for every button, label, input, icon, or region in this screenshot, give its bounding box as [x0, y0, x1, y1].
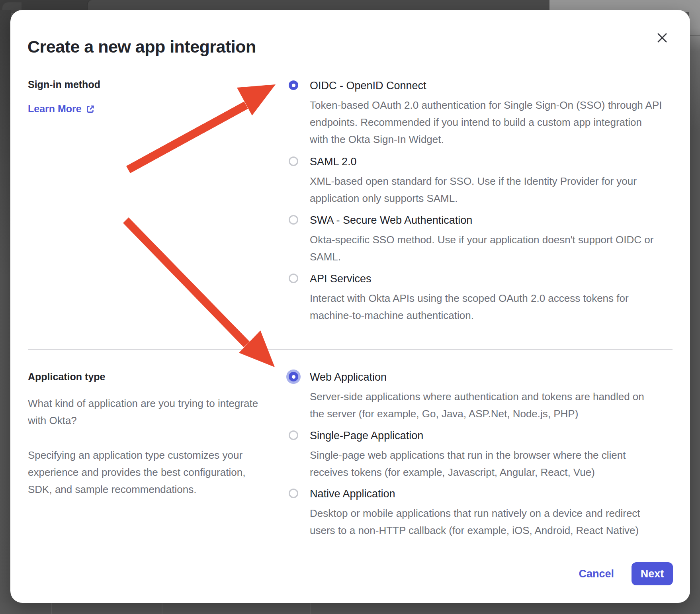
radio-api-services[interactable] [289, 274, 298, 283]
learn-more-label: Learn More [28, 103, 82, 115]
option-description: Server-side applications where authentic… [310, 388, 692, 422]
radio-web-application[interactable] [289, 372, 298, 381]
option-description: XML-based open standard for SSO. Use if … [310, 173, 692, 207]
option-api-services: API Services Interact with Okta APIs usi… [289, 273, 679, 324]
radio-saml[interactable] [289, 156, 298, 166]
external-link-icon [85, 104, 96, 114]
dialog-title: Create a new app integration [27, 37, 256, 57]
background-left-strip [0, 10, 11, 604]
signin-method-label: Sign-in method [28, 79, 100, 90]
option-swa: SWA - Secure Web Authentication Okta-spe… [289, 214, 679, 266]
option-single-page-application: Single-Page Application Single-page web … [289, 430, 679, 481]
option-label[interactable]: OIDC - OpenID Connect [310, 80, 679, 92]
background-header-divider [689, 35, 700, 36]
radio-oidc[interactable] [289, 80, 298, 90]
background-seam [51, 603, 52, 614]
option-label[interactable]: SAML 2.0 [310, 156, 679, 168]
option-description: Interact with Okta APIs using the scoped… [310, 290, 692, 324]
background-seam [162, 603, 162, 614]
next-button[interactable]: Next [632, 562, 673, 585]
radio-swa[interactable] [289, 215, 298, 225]
option-native-application: Native Application Desktop or mobile app… [289, 488, 679, 539]
option-description: Okta-specific SSO method. Use if your ap… [310, 231, 692, 266]
background-seam [310, 603, 311, 614]
cancel-button[interactable]: Cancel [579, 562, 614, 585]
section-divider [28, 349, 673, 350]
option-label[interactable]: API Services [310, 273, 679, 285]
option-description: Desktop or mobile applications that run … [310, 505, 692, 539]
option-web-application: Web Application Server-side applications… [289, 371, 679, 422]
learn-more-link[interactable]: Learn More [28, 103, 96, 115]
radio-single-page-application[interactable] [289, 430, 298, 440]
radio-native-application[interactable] [289, 489, 298, 498]
option-description: Token-based OAuth 2.0 authentication for… [310, 97, 692, 148]
option-label[interactable]: SWA - Secure Web Authentication [310, 214, 679, 226]
option-label[interactable]: Single-Page Application [310, 430, 679, 442]
option-description: Single-page web applications that run in… [310, 447, 692, 481]
background-bottom-strip [0, 603, 700, 614]
create-app-integration-dialog: Create a new app integration Sign-in met… [10, 10, 690, 603]
screen: ? msh kta Create a new app integration S… [0, 0, 700, 614]
close-icon[interactable] [655, 31, 669, 45]
option-label[interactable]: Web Application [310, 371, 679, 383]
application-type-label: Application type [28, 371, 105, 383]
option-saml: SAML 2.0 XML-based open standard for SSO… [289, 156, 679, 207]
application-type-intro-2: Specifying an application type customize… [28, 447, 299, 498]
option-oidc: OIDC - OpenID Connect Token-based OAuth … [289, 80, 679, 148]
application-type-intro: What kind of application are you trying … [28, 395, 299, 429]
option-label[interactable]: Native Application [310, 488, 679, 500]
